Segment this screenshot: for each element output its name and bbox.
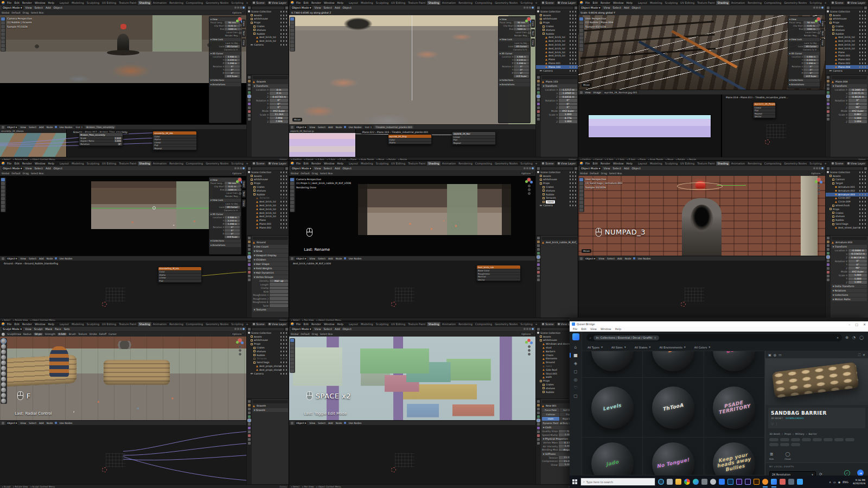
property-field[interactable]: XYZ Euler xyxy=(848,110,867,113)
shading-mode-dot[interactable] xyxy=(816,167,818,169)
outliner-item[interactable]: Props xyxy=(247,181,289,185)
viewport-menu-sets[interactable]: Sets xyxy=(63,327,71,331)
properties-tab-icon[interactable] xyxy=(827,256,829,258)
properties-tab-icon[interactable] xyxy=(827,84,829,86)
tool-icon[interactable] xyxy=(290,44,294,47)
n-panel-value[interactable]: XYZ Euler xyxy=(225,75,240,78)
outliner-item[interactable]: Sand bags xyxy=(826,222,868,226)
workspace-tab-layout[interactable]: Layout xyxy=(637,161,648,166)
menu-file[interactable]: File xyxy=(7,322,12,326)
viewport-menu-view[interactable]: View xyxy=(603,167,611,170)
navigation-gizmo[interactable] xyxy=(524,178,534,195)
outliner-item[interactable]: whitehouse xyxy=(247,339,289,343)
subheader-default[interactable]: Default xyxy=(11,172,20,175)
viewport-menu-view[interactable]: View xyxy=(314,167,322,170)
chip-remove-icon[interactable]: × xyxy=(654,336,656,339)
workspace-tab-animation[interactable]: Animation xyxy=(730,1,746,5)
workspace-tab-geometry-nodes[interactable]: Geometry Nodes xyxy=(205,161,229,166)
editor-type-icon[interactable] xyxy=(580,91,583,94)
n-panel-value[interactable]: 2.243 m xyxy=(225,219,240,222)
visibility-toggles[interactable] xyxy=(859,197,867,199)
properties-search[interactable] xyxy=(253,400,288,403)
viewport-menu-view[interactable]: View xyxy=(314,327,322,331)
node-menu-node[interactable]: Node xyxy=(335,422,343,424)
property-field[interactable] xyxy=(270,294,288,297)
menu-window[interactable]: Window xyxy=(323,322,335,326)
properties-section-use-count[interactable]: ▾ Use Count xyxy=(253,245,288,249)
brush-tool-icon[interactable] xyxy=(1,350,6,354)
n-panel-section-collections[interactable]: ▾ Collections xyxy=(209,79,241,83)
workspace-tab-layout[interactable]: Layout xyxy=(348,161,359,166)
pr-taskbar-icon[interactable] xyxy=(736,479,742,485)
properties-tab-icon[interactable] xyxy=(537,415,540,418)
outliner-item[interactable]: Terraces xyxy=(536,197,578,200)
menu-window[interactable]: Window xyxy=(612,1,624,4)
n-panel-value[interactable]: 2.243 m xyxy=(803,59,819,61)
node-editor-canvas[interactable]: Asst_brick_rubble_M_KUf_LOD0Asst_brick_r… xyxy=(289,261,535,318)
visibility-toggles[interactable] xyxy=(570,59,577,60)
workspace-tab-[interactable]: + xyxy=(245,1,250,5)
shader-node[interactable]: blambefing_M_blaColorAlphaLinearFlat xyxy=(158,267,202,283)
workspace-tab-layout[interactable]: Layout xyxy=(348,322,359,326)
maximize-button[interactable]: ▢ xyxy=(855,322,858,326)
workspace-tab-animation[interactable]: Animation xyxy=(152,322,168,326)
shading-mode-dot[interactable] xyxy=(234,7,237,9)
node-menu-select[interactable]: Select xyxy=(317,422,326,424)
options-dropdown[interactable]: Options ˅ xyxy=(231,11,245,14)
folder-taskbar-icon[interactable] xyxy=(675,479,681,485)
workspace-tab-[interactable]: + xyxy=(534,322,539,326)
node-editor-canvas[interactable]: Ground › Plane › Ground_Rubble_blambefin… xyxy=(0,261,246,318)
n-panel-value[interactable]: XYZ Euler xyxy=(803,75,819,78)
close-button[interactable]: ✕ xyxy=(863,322,866,326)
physics-button-cloth[interactable]: Cloth xyxy=(542,417,559,421)
tool-icon[interactable] xyxy=(579,178,583,181)
menu-render[interactable]: Render xyxy=(22,322,33,326)
property-field[interactable]: 0° xyxy=(848,259,867,263)
asset-thumbnail[interactable]: No Tongue! xyxy=(643,438,704,476)
tag-pill[interactable] xyxy=(769,443,778,446)
outliner-item[interactable]: Asst_brick_tol xyxy=(536,43,578,47)
tool-icon[interactable] xyxy=(290,205,294,208)
properties-tab-icon[interactable] xyxy=(248,87,251,90)
viewport-menu-select[interactable]: Select xyxy=(323,327,332,331)
properties-tab-icon[interactable] xyxy=(827,240,829,243)
gizmo-camera-icon[interactable] xyxy=(818,31,820,34)
subheader-global[interactable]: Global xyxy=(291,333,298,335)
subheader-select-box[interactable]: Select Box xyxy=(320,172,333,175)
outliner-filter-icon[interactable] xyxy=(285,328,288,331)
visibility-toggles[interactable] xyxy=(859,15,867,16)
tool-icon[interactable] xyxy=(579,208,583,212)
workspace-tab-modeling[interactable]: Modeling xyxy=(71,322,85,326)
n-panel-value[interactable]: 0° xyxy=(514,65,529,68)
visibility-toggles[interactable] xyxy=(280,343,288,345)
viewport-menu-add[interactable]: Add xyxy=(45,167,52,170)
property-field[interactable]: XYZ Euler xyxy=(559,110,577,113)
brush-tool-icon[interactable] xyxy=(1,388,6,392)
properties-tab-icon[interactable] xyxy=(827,237,829,239)
node-menu-view[interactable]: View xyxy=(20,422,27,424)
visibility-toggles[interactable] xyxy=(570,18,577,20)
shading-mode-dot[interactable] xyxy=(234,167,237,169)
property-field[interactable]: -0.0484 m xyxy=(848,249,867,252)
viewport-menu-add[interactable]: Add xyxy=(334,6,341,9)
property-field[interactable]: 7.998 xyxy=(270,117,288,120)
start-button[interactable] xyxy=(572,479,578,485)
menu-help[interactable]: Help xyxy=(48,322,55,326)
properties-tab-icon[interactable] xyxy=(537,419,540,422)
visibility-toggles[interactable] xyxy=(859,208,867,210)
outliner-mode-icon[interactable] xyxy=(537,7,540,9)
viewport-menu-select[interactable]: Select xyxy=(323,6,332,9)
axis-y-icon[interactable] xyxy=(236,341,239,344)
properties-tab-icon[interactable] xyxy=(248,240,251,243)
assets-icon[interactable]: ▦ xyxy=(571,352,580,358)
scene-selector[interactable]: Scene xyxy=(831,1,844,5)
properties-tab-icon[interactable] xyxy=(827,244,829,247)
use-nodes-checkbox[interactable] xyxy=(55,257,57,259)
visibility-toggles[interactable] xyxy=(280,365,288,367)
properties-tab-icon[interactable] xyxy=(537,99,540,102)
workspace-tab-uv-editing[interactable]: UV Editing xyxy=(101,161,117,166)
node-menu-add[interactable]: Add xyxy=(39,257,44,260)
properties-tab-icon[interactable] xyxy=(248,267,251,270)
outliner-item[interactable]: Rubble xyxy=(536,32,578,36)
visibility-toggles[interactable] xyxy=(280,197,288,199)
